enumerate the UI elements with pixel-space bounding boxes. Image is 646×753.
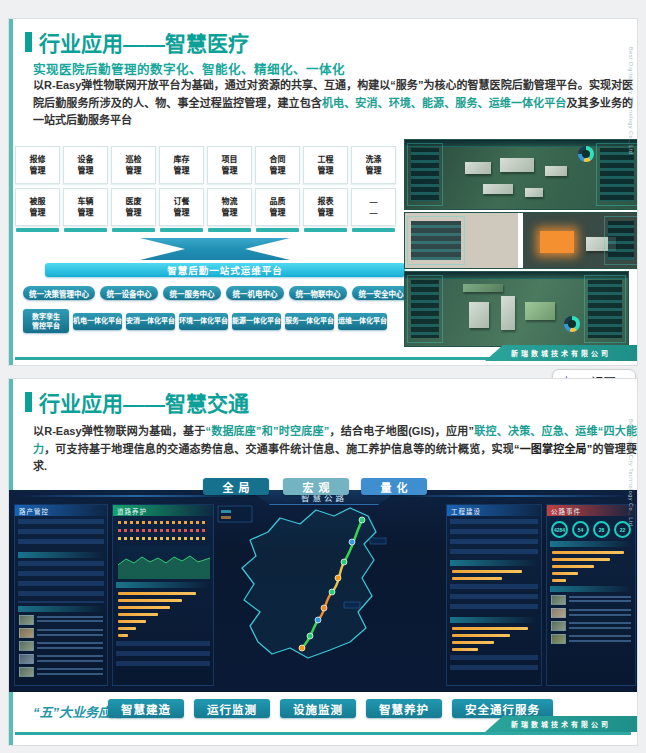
bar: [552, 551, 624, 554]
item-text: [37, 668, 103, 677]
para-highlight: 机电、安消、环境、能源、服务、运维一体化平台: [322, 97, 567, 109]
dot-series-orange: [118, 521, 208, 524]
header-line: [19, 495, 254, 497]
title-text: 行业应用——智慧医疗: [39, 27, 249, 57]
item-text: [37, 616, 103, 625]
stat-rows: [18, 561, 104, 603]
panel-header: 道路养护: [113, 505, 213, 516]
map-legend: [218, 506, 252, 522]
slide-subtitle: 实现医院后勤管理的数字化、智能化、精细化、一体化: [33, 59, 345, 78]
biz-button-maintenance[interactable]: 智慧养护: [366, 699, 442, 718]
module-cell: 订餐 管理: [159, 188, 204, 226]
panel-highway-events: 公路事件 4284 54 28 22: [546, 504, 636, 686]
item-text: [37, 642, 103, 651]
bar: [118, 606, 170, 609]
integrated-platforms-row: 数字孪生 管控平台 机电一体化平台 安消一体化平台 环境一体化平台 能源一体化平…: [23, 309, 387, 333]
item-text: [569, 596, 631, 605]
stat-rows: [450, 655, 538, 673]
module-cell: 被服 管理: [15, 188, 60, 226]
progress-bar: [452, 641, 494, 644]
slide-smart-healthcare: 行业应用——智慧医疗 实现医院后勤管理的数字化、智能化、精细化、一体化 以R-E…: [8, 18, 638, 366]
building: [483, 184, 513, 194]
hospital-dashboard-screenshot-2: [404, 212, 638, 269]
item-text: [569, 609, 631, 618]
item-text: [37, 655, 103, 664]
bar: [552, 579, 566, 582]
photo-thumbnail: [551, 595, 566, 605]
platform-box: 安消一体化平台: [126, 313, 175, 330]
slide-left-accent: [9, 19, 13, 365]
panel-header: 工程建设: [447, 505, 541, 516]
title-text: 行业应用——智慧交通: [39, 387, 249, 417]
photo-thumbnail: [19, 654, 34, 664]
building: [465, 162, 491, 174]
hospital-dashboard-screenshot-3: [404, 271, 629, 347]
biz-buttons-row: 智慧建造 运行监测 设施监测 智慧养护 安全通行服务: [108, 699, 553, 718]
slide-paragraph: 以R-Easy弹性物联网开放平台为基础，通过对资源的共享、互通，构建以“服务”为…: [33, 77, 633, 130]
event-item: [19, 641, 103, 651]
sub-header: [18, 606, 104, 612]
company-footer: 新瑞数城技术有限公司: [485, 345, 637, 361]
donut-chart: [578, 146, 594, 162]
bar: [118, 634, 128, 637]
biz-button-operation[interactable]: 运行监测: [194, 699, 270, 718]
bar: [118, 613, 158, 616]
event-item: [19, 615, 103, 625]
gauge: 54: [572, 521, 589, 538]
module-cell: 巡检 管理: [111, 146, 156, 184]
module-cell: 车辆 管理: [63, 188, 108, 226]
center-pill: 统一决策管理中心: [23, 286, 95, 300]
gauge: 28: [593, 521, 610, 538]
unified-centers-row: 统一决策管理中心 统一设备中心 统一服务中心 统一机电中心 统一物联中心 统一安…: [23, 286, 410, 300]
progress-bar: [452, 570, 522, 573]
company-footer: 新瑞数城技术有限公司: [485, 716, 637, 732]
platform-box: 机电一体化平台: [73, 313, 122, 330]
mode-button-global[interactable]: 全局: [203, 478, 269, 495]
module-cell: 项目 管理: [207, 146, 252, 184]
event-item: [551, 608, 631, 618]
photo-thumbnail: [19, 667, 34, 677]
item-text: [37, 629, 103, 638]
para-emphasis: “一图掌控全局”: [514, 443, 592, 455]
hud-panel: [584, 275, 626, 343]
biz-button-facility[interactable]: 设施监测: [280, 699, 356, 718]
hud-panel: [407, 275, 443, 343]
mode-button-macro[interactable]: 宏观: [283, 478, 349, 495]
title-bar-icon: [25, 32, 32, 52]
event-gauges: 4284 54 28 22: [549, 521, 633, 538]
platform-box: 服务一体化平台: [285, 313, 334, 330]
area-chart: [118, 545, 210, 579]
item-text: [569, 622, 631, 631]
bar: [552, 565, 594, 568]
slide-smart-transportation: 行业应用——智慧交通 以R-Easy弹性物联网为基础，基于“数据底座”和”时空底…: [8, 378, 638, 746]
dot-series-red: [118, 529, 208, 532]
event-item: [551, 595, 631, 605]
biz-button-construction[interactable]: 智慧建造: [108, 699, 184, 718]
center-pill: 统一服务中心: [163, 286, 221, 300]
donut-chart: [564, 316, 580, 332]
building: [469, 302, 489, 328]
event-item: [19, 654, 103, 664]
title-bar-icon: [25, 392, 32, 412]
module-cell: 设备 管理: [63, 146, 108, 184]
gauge-total: 4284: [551, 521, 568, 538]
biz-button-safety[interactable]: 安全通行服务: [452, 699, 553, 718]
event-item: [19, 628, 103, 638]
building: [525, 188, 543, 197]
para-text: 以R-Easy弹性物联网为基础，基于: [33, 425, 205, 437]
bar: [118, 599, 182, 602]
hud-panel: [604, 216, 638, 265]
mode-button-quantify[interactable]: 量化: [361, 478, 427, 495]
event-item: [19, 667, 103, 677]
event-item: [551, 634, 631, 644]
center-pill: 统一机电中心: [226, 286, 284, 300]
photo-thumbnail: [551, 634, 566, 644]
bar: [552, 558, 610, 561]
platform-box: 数字孪生 管控平台: [23, 309, 69, 333]
module-cell: 库存 管理: [159, 146, 204, 184]
module-grid-row2: 被服 管理 车辆 管理 医废 管理 订餐 管理 物流 管理 品质 管理 报表 管…: [15, 188, 403, 226]
para-highlight: “数据底座”和”时空底座”: [205, 425, 329, 437]
slide-paragraph: 以R-Easy弹性物联网为基础，基于“数据底座”和”时空底座”，结合电子地图(G…: [33, 423, 637, 476]
bar: [118, 592, 196, 595]
building: [525, 302, 555, 320]
